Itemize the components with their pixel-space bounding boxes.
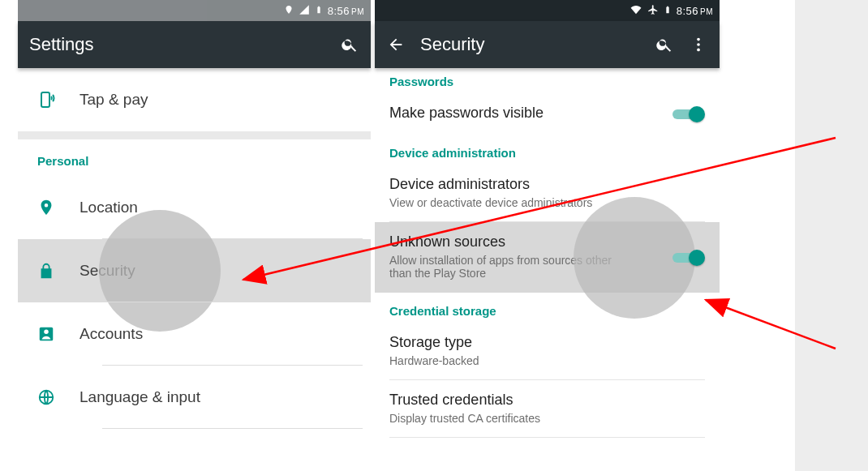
appbar-title: Security	[420, 34, 640, 55]
security-screen: 8:56PM Security Passwords Make passwords…	[375, 0, 720, 471]
item-subtitle: Hardware-backed	[389, 354, 633, 367]
row-label: Language & input	[79, 388, 200, 406]
status-bar: 8:56PM	[375, 0, 720, 21]
globe-icon	[37, 388, 79, 406]
app-bar: Settings	[18, 21, 371, 68]
item-subtitle: View or deactivate device administrators	[389, 196, 633, 209]
appbar-title: Settings	[29, 34, 325, 55]
svg-point-6	[697, 49, 700, 52]
status-time: 8:56PM	[328, 5, 364, 17]
item-title: Storage type	[389, 334, 705, 351]
svg-point-5	[697, 43, 700, 46]
status-bar: 8:56PM	[18, 0, 371, 21]
item-subtitle: Display trusted CA certificates	[389, 412, 633, 425]
back-icon[interactable]	[386, 35, 406, 54]
row-label: Location	[79, 199, 138, 216]
row-accounts[interactable]: Accounts	[18, 302, 371, 366]
item-unknown-sources[interactable]: Unknown sources Allow installation of ap…	[375, 222, 720, 293]
search-icon[interactable]	[655, 35, 674, 54]
section-device-administration: Device administration	[375, 135, 720, 165]
item-storage-type[interactable]: Storage type Hardware-backed	[375, 323, 720, 380]
svg-point-2	[44, 330, 49, 335]
account-icon	[37, 325, 79, 343]
divider-bar	[18, 131, 371, 139]
wifi-icon	[630, 4, 642, 18]
item-make-passwords-visible[interactable]: Make passwords visible	[375, 93, 720, 135]
tap-pay-icon	[37, 90, 79, 109]
row-label: Tap & pay	[79, 91, 148, 109]
location-icon	[284, 4, 294, 18]
row-tap-and-pay[interactable]: Tap & pay	[18, 68, 371, 131]
overflow-menu-icon[interactable]	[689, 35, 708, 54]
search-icon[interactable]	[340, 35, 359, 54]
location-icon	[37, 199, 79, 216]
row-language-input[interactable]: Language & input	[18, 366, 371, 429]
svg-rect-0	[41, 92, 49, 107]
battery-icon	[664, 3, 672, 19]
item-title: Device administrators	[389, 176, 705, 193]
item-title: Make passwords visible	[389, 105, 705, 122]
section-personal: Personal	[18, 139, 371, 176]
settings-screen: 8:56PM Settings Tap & pay Personal Locat…	[18, 0, 371, 471]
lock-icon	[37, 262, 79, 280]
row-label: Accounts	[79, 325, 143, 343]
svg-point-4	[697, 38, 700, 41]
airplane-icon	[647, 4, 659, 18]
toggle-unknown-sources[interactable]	[672, 248, 705, 268]
item-title: Trusted credentials	[389, 392, 705, 409]
item-trusted-credentials[interactable]: Trusted credentials Display trusted CA c…	[375, 380, 720, 438]
toggle-passwords-visible[interactable]	[672, 105, 705, 124]
app-bar: Security	[375, 21, 720, 68]
status-time: 8:56PM	[677, 5, 713, 17]
section-passwords: Passwords	[375, 68, 720, 93]
signal-icon	[299, 4, 310, 18]
row-security[interactable]: Security	[18, 239, 371, 302]
battery-icon	[315, 3, 323, 19]
